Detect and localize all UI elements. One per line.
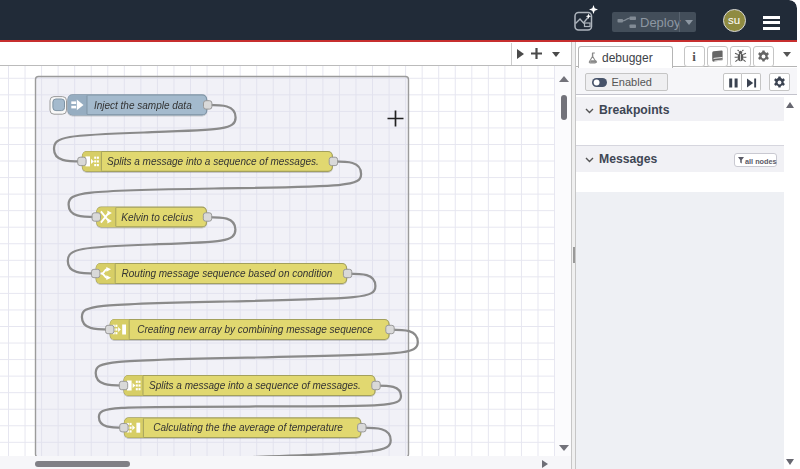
- svg-text:Splits a message into a sequen: Splits a message into a sequence of mess…: [107, 156, 319, 167]
- svg-text:Creating new array by combinin: Creating new array by combining message …: [137, 324, 373, 335]
- svg-text:Routing message sequence based: Routing message sequence based on condit…: [122, 268, 333, 279]
- svg-text:Inject the sample data: Inject the sample data: [94, 99, 192, 110]
- svg-text:Splits a message into a sequen: Splits a message into a sequence of mess…: [149, 380, 361, 391]
- svg-text:Kelvin to celcius: Kelvin to celcius: [121, 211, 193, 222]
- svg-text:Calculating the the average of: Calculating the the average of temperatu…: [153, 422, 343, 433]
